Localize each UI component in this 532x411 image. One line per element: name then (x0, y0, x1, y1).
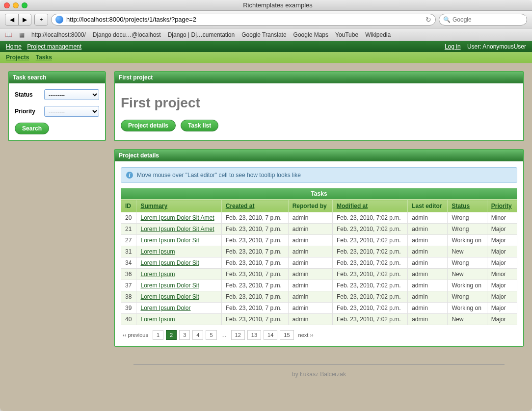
cell-id: 39 (121, 303, 136, 314)
cell-status: Wrong (448, 224, 487, 235)
table-row: 20Lorem Ipsum Dolor Sit AmetFeb. 23, 201… (121, 212, 517, 224)
url-input[interactable] (66, 16, 423, 23)
cell-priority: Major (487, 314, 517, 325)
priority-select[interactable]: --------- (44, 106, 99, 117)
col-summary-sort[interactable]: Summary (140, 203, 167, 209)
cell-editor[interactable]: admin (408, 246, 448, 257)
cell-editor[interactable]: admin (408, 314, 448, 325)
page-nav[interactable]: next ›› (296, 331, 316, 339)
page-number[interactable]: 5 (206, 330, 216, 340)
reload-button[interactable]: ↻ (426, 16, 431, 24)
search-icon: 🔍 (443, 16, 451, 23)
page-number[interactable]: 3 (179, 330, 190, 340)
page-number[interactable]: 1 (153, 330, 163, 340)
bookmarks-icon[interactable]: 📖 (5, 31, 12, 38)
task-summary-link[interactable]: Lorem Ipsum Dolor Sit (140, 237, 199, 244)
cell-editor[interactable]: admin (408, 291, 448, 303)
task-summary-link[interactable]: Lorem Ipsum (140, 271, 175, 278)
cell-editor[interactable]: admin (408, 303, 448, 314)
task-summary-link[interactable]: Lorem Ipsum Dolor Sit (140, 259, 199, 266)
status-select[interactable]: --------- (44, 89, 99, 100)
cell-created: Feb. 23, 2010, 7 p.m. (221, 291, 288, 303)
page-number[interactable]: 2 (166, 330, 177, 340)
search-button[interactable]: Search (15, 123, 49, 134)
cell-status: New (448, 246, 487, 257)
cell-priority: Major (487, 257, 517, 269)
bookmark-item[interactable]: http://localhost:8000/ (31, 31, 86, 38)
cell-modified: Feb. 23, 2010, 7:02 p.m. (332, 235, 407, 246)
col-reported: Reported by (288, 200, 332, 212)
cell-editor[interactable]: admin (408, 235, 448, 246)
bookmark-item[interactable]: YouTube (335, 31, 358, 38)
page-number[interactable]: 12 (231, 330, 245, 340)
task-summary-link[interactable]: Lorem Ipsum (140, 316, 175, 323)
priority-label: Priority (15, 108, 44, 115)
cell-editor[interactable]: admin (408, 269, 448, 280)
task-list-button[interactable]: Task list (181, 120, 218, 131)
page-number[interactable]: 14 (264, 330, 277, 340)
cell-editor[interactable]: admin (408, 280, 448, 291)
task-summary-link[interactable]: Lorem Ipsum Dolor Sit Amet (140, 226, 214, 232)
col-created-sort[interactable]: Created at (226, 203, 255, 209)
page-nav[interactable]: ‹‹ previous (121, 331, 150, 339)
task-summary-link[interactable]: Lorem Ipsum Dolor (140, 305, 190, 311)
login-link[interactable]: Log in (445, 43, 461, 50)
user-name: AnonymousUser (482, 43, 526, 50)
site-favicon-icon (55, 16, 63, 24)
col-priority-sort[interactable]: Priority (491, 203, 512, 209)
cell-status: New (448, 269, 487, 280)
url-bar[interactable]: ↻ (51, 14, 436, 26)
cell-priority: Major (487, 291, 517, 303)
bookmark-item[interactable]: Django docu…@localhost (93, 31, 161, 38)
browser-search-input[interactable] (452, 16, 526, 23)
cell-reported: admin (288, 269, 332, 280)
nav-project-management-link[interactable]: Project management (27, 43, 81, 50)
task-summary-link[interactable]: Lorem Ipsum (140, 248, 175, 255)
task-summary-link[interactable]: Lorem Ipsum Dolor Sit (140, 293, 199, 300)
window-minimize-button[interactable] (13, 2, 19, 8)
pagination-ellipsis: … (219, 332, 229, 338)
window-zoom-button[interactable] (22, 2, 27, 8)
page-number[interactable]: 15 (280, 330, 293, 340)
project-panel-header: First project (115, 72, 523, 83)
task-summary-link[interactable]: Lorem Ipsum Dolor Sit (140, 282, 199, 289)
cell-status: Working on (448, 235, 487, 246)
page-number[interactable]: 13 (247, 330, 261, 340)
info-icon: i (126, 172, 133, 179)
bookmark-item[interactable]: Wikipedia (365, 31, 391, 38)
cell-reported: admin (288, 291, 332, 303)
bookmark-item[interactable]: Django | Dj…cumentation (168, 31, 235, 38)
add-bookmark-button[interactable]: + (35, 14, 48, 25)
project-details-button[interactable]: Project details (121, 120, 176, 131)
subnav-tasks-link[interactable]: Tasks (36, 54, 52, 61)
cell-reported: admin (288, 212, 332, 224)
cell-editor[interactable]: admin (408, 212, 448, 224)
cell-editor[interactable]: admin (408, 224, 448, 235)
col-status-sort[interactable]: Status (452, 203, 470, 209)
cell-id: 37 (121, 280, 136, 291)
cell-created: Feb. 23, 2010, 7 p.m. (221, 269, 288, 280)
topsites-icon[interactable]: ▦ (19, 31, 25, 38)
col-id: ID (121, 200, 136, 212)
cell-reported: admin (288, 280, 332, 291)
window-close-button[interactable] (4, 2, 10, 8)
cell-priority: Minor (487, 269, 517, 280)
col-editor: Last editor (408, 200, 448, 212)
bookmark-item[interactable]: Google Translate (241, 31, 286, 38)
search-bar[interactable]: 🔍 (439, 14, 527, 26)
nav-home-link[interactable]: Home (6, 43, 22, 50)
col-modified-sort[interactable]: Modified at (337, 203, 368, 209)
task-summary-link[interactable]: Lorem Ipsum Dolor Sit Amet (140, 214, 214, 221)
table-row: 27Lorem Ipsum Dolor SitFeb. 23, 2010, 7 … (121, 235, 517, 246)
cell-id: 38 (121, 291, 136, 303)
cell-editor[interactable]: admin (408, 257, 448, 269)
subnav-projects-link[interactable]: Projects (6, 54, 29, 61)
forward-button[interactable]: ▶ (18, 14, 31, 25)
cell-status: Working on (448, 303, 487, 314)
table-row: 39Lorem Ipsum DolorFeb. 23, 2010, 7 p.m.… (121, 303, 517, 314)
cell-modified: Feb. 23, 2010, 7:02 p.m. (332, 246, 407, 257)
cell-created: Feb. 23, 2010, 7 p.m. (221, 303, 288, 314)
page-number[interactable]: 4 (192, 330, 203, 340)
back-button[interactable]: ◀ (5, 14, 18, 25)
bookmark-item[interactable]: Google Maps (293, 31, 328, 38)
